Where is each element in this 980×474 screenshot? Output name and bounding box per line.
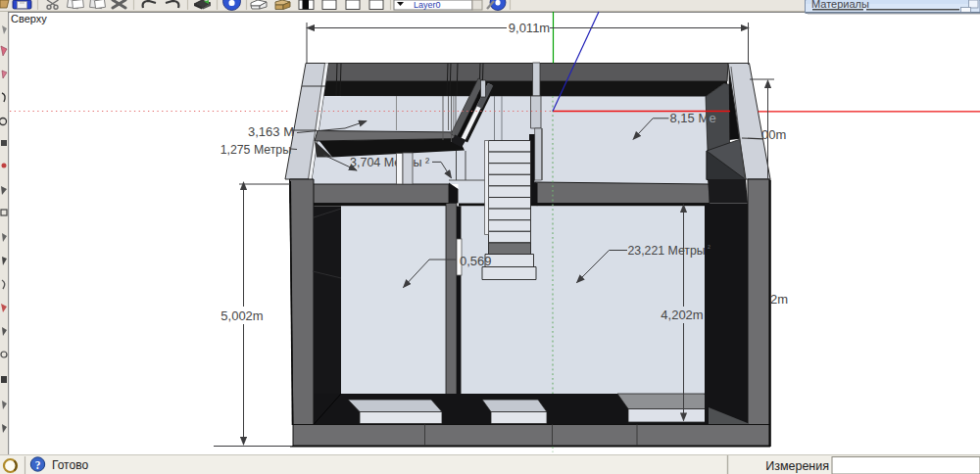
svg-text:2m: 2m bbox=[770, 292, 788, 307]
svg-text:Готово: Готово bbox=[52, 458, 88, 472]
svg-text:Сверху: Сверху bbox=[11, 13, 47, 24]
svg-text:3,704 Метры ²: 3,704 Метры ² bbox=[350, 156, 429, 169]
svg-text:Layer0: Layer0 bbox=[414, 0, 441, 10]
svg-text:4,202m: 4,202m bbox=[661, 308, 703, 322]
svg-text:?: ? bbox=[35, 459, 41, 471]
svg-text:0,569: 0,569 bbox=[460, 254, 492, 268]
svg-text:1,275 Метры: 1,275 Метры bbox=[220, 143, 291, 157]
svg-text:Материалы: Материалы bbox=[811, 0, 869, 10]
svg-text:9,011m: 9,011m bbox=[509, 21, 550, 35]
svg-text:Измерения: Измерения bbox=[765, 459, 829, 473]
svg-text:8,15 Ме: 8,15 Ме bbox=[670, 111, 716, 125]
svg-text:3,163 М: 3,163 М bbox=[248, 124, 294, 139]
svg-text:00m: 00m bbox=[761, 127, 786, 142]
svg-text:23,221 Метры ²: 23,221 Метры ² bbox=[628, 243, 711, 258]
svg-text:5,002m: 5,002m bbox=[220, 308, 263, 323]
